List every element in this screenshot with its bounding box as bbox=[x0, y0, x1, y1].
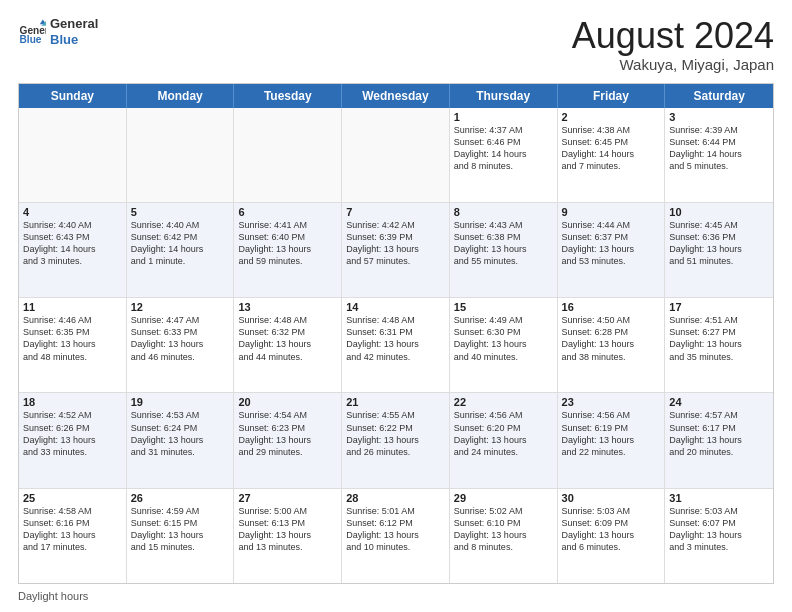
calendar-cell: 16Sunrise: 4:50 AM Sunset: 6:28 PM Dayli… bbox=[558, 298, 666, 392]
cell-info: Sunrise: 4:52 AM Sunset: 6:26 PM Dayligh… bbox=[23, 409, 122, 458]
cell-info: Sunrise: 4:58 AM Sunset: 6:16 PM Dayligh… bbox=[23, 505, 122, 554]
day-number: 3 bbox=[669, 111, 769, 123]
day-number: 23 bbox=[562, 396, 661, 408]
cell-info: Sunrise: 4:57 AM Sunset: 6:17 PM Dayligh… bbox=[669, 409, 769, 458]
cell-info: Sunrise: 5:00 AM Sunset: 6:13 PM Dayligh… bbox=[238, 505, 337, 554]
day-number: 10 bbox=[669, 206, 769, 218]
cell-info: Sunrise: 4:48 AM Sunset: 6:32 PM Dayligh… bbox=[238, 314, 337, 363]
day-number: 1 bbox=[454, 111, 553, 123]
cell-info: Sunrise: 5:03 AM Sunset: 6:07 PM Dayligh… bbox=[669, 505, 769, 554]
calendar-cell: 18Sunrise: 4:52 AM Sunset: 6:26 PM Dayli… bbox=[19, 393, 127, 487]
day-number: 25 bbox=[23, 492, 122, 504]
footer: Daylight hours bbox=[18, 590, 774, 602]
calendar-cell: 15Sunrise: 4:49 AM Sunset: 6:30 PM Dayli… bbox=[450, 298, 558, 392]
calendar-cell: 4Sunrise: 4:40 AM Sunset: 6:43 PM Daylig… bbox=[19, 203, 127, 297]
subtitle: Wakuya, Miyagi, Japan bbox=[572, 56, 774, 73]
logo-text: General Blue bbox=[50, 16, 98, 47]
day-number: 15 bbox=[454, 301, 553, 313]
calendar-cell: 17Sunrise: 4:51 AM Sunset: 6:27 PM Dayli… bbox=[665, 298, 773, 392]
cell-info: Sunrise: 4:56 AM Sunset: 6:20 PM Dayligh… bbox=[454, 409, 553, 458]
cell-info: Sunrise: 4:43 AM Sunset: 6:38 PM Dayligh… bbox=[454, 219, 553, 268]
day-number: 9 bbox=[562, 206, 661, 218]
calendar-cell: 21Sunrise: 4:55 AM Sunset: 6:22 PM Dayli… bbox=[342, 393, 450, 487]
day-number: 31 bbox=[669, 492, 769, 504]
cell-info: Sunrise: 4:48 AM Sunset: 6:31 PM Dayligh… bbox=[346, 314, 445, 363]
cell-info: Sunrise: 4:54 AM Sunset: 6:23 PM Dayligh… bbox=[238, 409, 337, 458]
calendar-cell: 3Sunrise: 4:39 AM Sunset: 6:44 PM Daylig… bbox=[665, 108, 773, 202]
day-of-week-header: Wednesday bbox=[342, 84, 450, 108]
cell-info: Sunrise: 4:40 AM Sunset: 6:43 PM Dayligh… bbox=[23, 219, 122, 268]
cell-info: Sunrise: 5:03 AM Sunset: 6:09 PM Dayligh… bbox=[562, 505, 661, 554]
day-number: 6 bbox=[238, 206, 337, 218]
logo-line1: General bbox=[50, 16, 98, 32]
cell-info: Sunrise: 4:51 AM Sunset: 6:27 PM Dayligh… bbox=[669, 314, 769, 363]
calendar-cell: 31Sunrise: 5:03 AM Sunset: 6:07 PM Dayli… bbox=[665, 489, 773, 583]
calendar-cell: 10Sunrise: 4:45 AM Sunset: 6:36 PM Dayli… bbox=[665, 203, 773, 297]
calendar-week-row: 11Sunrise: 4:46 AM Sunset: 6:35 PM Dayli… bbox=[19, 298, 773, 393]
calendar-cell: 20Sunrise: 4:54 AM Sunset: 6:23 PM Dayli… bbox=[234, 393, 342, 487]
day-of-week-header: Monday bbox=[127, 84, 235, 108]
calendar-week-row: 18Sunrise: 4:52 AM Sunset: 6:26 PM Dayli… bbox=[19, 393, 773, 488]
day-number: 2 bbox=[562, 111, 661, 123]
day-number: 29 bbox=[454, 492, 553, 504]
page: General Blue General Blue August 2024 Wa… bbox=[0, 0, 792, 612]
logo-line2: Blue bbox=[50, 32, 98, 48]
logo: General Blue General Blue bbox=[18, 16, 98, 47]
day-number: 18 bbox=[23, 396, 122, 408]
calendar-cell: 6Sunrise: 4:41 AM Sunset: 6:40 PM Daylig… bbox=[234, 203, 342, 297]
cell-info: Sunrise: 5:01 AM Sunset: 6:12 PM Dayligh… bbox=[346, 505, 445, 554]
calendar-cell: 8Sunrise: 4:43 AM Sunset: 6:38 PM Daylig… bbox=[450, 203, 558, 297]
calendar: SundayMondayTuesdayWednesdayThursdayFrid… bbox=[18, 83, 774, 584]
day-number: 24 bbox=[669, 396, 769, 408]
day-number: 21 bbox=[346, 396, 445, 408]
calendar-cell: 1Sunrise: 4:37 AM Sunset: 6:46 PM Daylig… bbox=[450, 108, 558, 202]
calendar-cell bbox=[234, 108, 342, 202]
day-number: 14 bbox=[346, 301, 445, 313]
calendar-cell: 11Sunrise: 4:46 AM Sunset: 6:35 PM Dayli… bbox=[19, 298, 127, 392]
calendar-cell: 19Sunrise: 4:53 AM Sunset: 6:24 PM Dayli… bbox=[127, 393, 235, 487]
svg-text:Blue: Blue bbox=[20, 33, 42, 44]
cell-info: Sunrise: 4:38 AM Sunset: 6:45 PM Dayligh… bbox=[562, 124, 661, 173]
day-number: 20 bbox=[238, 396, 337, 408]
day-of-week-header: Thursday bbox=[450, 84, 558, 108]
day-number: 30 bbox=[562, 492, 661, 504]
footer-text: Daylight hours bbox=[18, 590, 88, 602]
cell-info: Sunrise: 4:47 AM Sunset: 6:33 PM Dayligh… bbox=[131, 314, 230, 363]
day-of-week-header: Saturday bbox=[665, 84, 773, 108]
day-number: 5 bbox=[131, 206, 230, 218]
day-number: 12 bbox=[131, 301, 230, 313]
calendar-cell: 5Sunrise: 4:40 AM Sunset: 6:42 PM Daylig… bbox=[127, 203, 235, 297]
calendar-cell bbox=[127, 108, 235, 202]
cell-info: Sunrise: 4:45 AM Sunset: 6:36 PM Dayligh… bbox=[669, 219, 769, 268]
day-number: 8 bbox=[454, 206, 553, 218]
calendar-cell: 25Sunrise: 4:58 AM Sunset: 6:16 PM Dayli… bbox=[19, 489, 127, 583]
cell-info: Sunrise: 5:02 AM Sunset: 6:10 PM Dayligh… bbox=[454, 505, 553, 554]
header: General Blue General Blue August 2024 Wa… bbox=[18, 16, 774, 73]
calendar-cell: 9Sunrise: 4:44 AM Sunset: 6:37 PM Daylig… bbox=[558, 203, 666, 297]
cell-info: Sunrise: 4:42 AM Sunset: 6:39 PM Dayligh… bbox=[346, 219, 445, 268]
calendar-cell: 27Sunrise: 5:00 AM Sunset: 6:13 PM Dayli… bbox=[234, 489, 342, 583]
calendar-week-row: 4Sunrise: 4:40 AM Sunset: 6:43 PM Daylig… bbox=[19, 203, 773, 298]
day-number: 16 bbox=[562, 301, 661, 313]
day-number: 4 bbox=[23, 206, 122, 218]
calendar-week-row: 25Sunrise: 4:58 AM Sunset: 6:16 PM Dayli… bbox=[19, 489, 773, 583]
cell-info: Sunrise: 4:39 AM Sunset: 6:44 PM Dayligh… bbox=[669, 124, 769, 173]
title-block: August 2024 Wakuya, Miyagi, Japan bbox=[572, 16, 774, 73]
day-number: 13 bbox=[238, 301, 337, 313]
cell-info: Sunrise: 4:40 AM Sunset: 6:42 PM Dayligh… bbox=[131, 219, 230, 268]
calendar-cell: 30Sunrise: 5:03 AM Sunset: 6:09 PM Dayli… bbox=[558, 489, 666, 583]
calendar-cell: 7Sunrise: 4:42 AM Sunset: 6:39 PM Daylig… bbox=[342, 203, 450, 297]
day-number: 11 bbox=[23, 301, 122, 313]
cell-info: Sunrise: 4:55 AM Sunset: 6:22 PM Dayligh… bbox=[346, 409, 445, 458]
calendar-cell: 12Sunrise: 4:47 AM Sunset: 6:33 PM Dayli… bbox=[127, 298, 235, 392]
cell-info: Sunrise: 4:50 AM Sunset: 6:28 PM Dayligh… bbox=[562, 314, 661, 363]
day-of-week-header: Tuesday bbox=[234, 84, 342, 108]
day-number: 26 bbox=[131, 492, 230, 504]
calendar-cell: 23Sunrise: 4:56 AM Sunset: 6:19 PM Dayli… bbox=[558, 393, 666, 487]
calendar-cell bbox=[342, 108, 450, 202]
calendar-cell: 28Sunrise: 5:01 AM Sunset: 6:12 PM Dayli… bbox=[342, 489, 450, 583]
day-of-week-header: Friday bbox=[558, 84, 666, 108]
day-number: 17 bbox=[669, 301, 769, 313]
cell-info: Sunrise: 4:44 AM Sunset: 6:37 PM Dayligh… bbox=[562, 219, 661, 268]
day-number: 7 bbox=[346, 206, 445, 218]
